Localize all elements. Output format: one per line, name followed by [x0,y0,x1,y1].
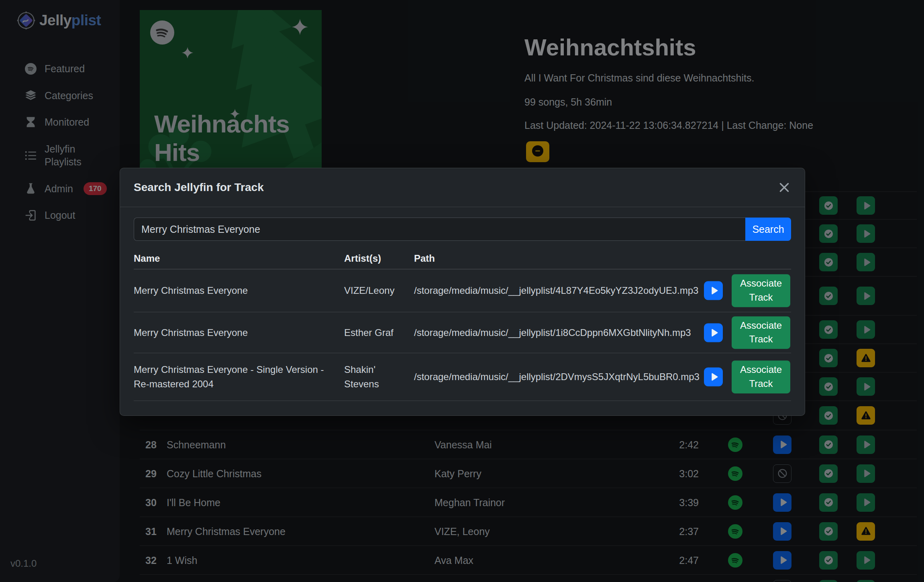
column-header-path: Path [414,253,435,264]
modal-body: Search Name Artist(s) Path Merry Christm… [120,207,805,401]
search-button[interactable]: Search [745,218,791,241]
column-header-name: Name [134,253,160,264]
results-body: Merry Christmas EveryoneVIZE/Leony/stora… [134,269,791,401]
modal-title: Search Jellyfin for Track [134,181,777,194]
result-artists: Shakin' Stevens [344,362,408,391]
result-play-button[interactable] [704,368,723,387]
result-name: Merry Christmas Everyone [134,326,341,340]
app-window: Jellyplist FeaturedCategoriesMonitoredJe… [0,0,924,582]
associate-track-button[interactable]: Associate Track [732,316,790,349]
results-header-row: Name Artist(s) Path [134,252,791,269]
search-result-row: Merry Christmas Everyone - Single Versio… [134,353,791,401]
search-jellyfin-modal: Search Jellyfin for Track Search Name Ar… [120,168,805,416]
result-path: /storage/media/music/__jellyplist/2DVmys… [414,370,703,384]
column-header-artists: Artist(s) [344,253,381,264]
result-path: /storage/media/music/__jellyplist/4L87Y4… [414,283,703,298]
search-result-row: Merry Christmas EveryoneEsther Graf/stor… [134,312,791,353]
result-play-button[interactable] [704,281,723,300]
result-play-button[interactable] [704,323,723,342]
result-name: Merry Christmas Everyone - Single Versio… [134,362,341,391]
track-search-input[interactable] [134,218,745,241]
search-results-table: Name Artist(s) Path Merry Christmas Ever… [134,252,791,401]
associate-track-button[interactable]: Associate Track [732,274,790,307]
close-icon[interactable] [777,181,791,194]
search-group: Search [134,218,791,241]
result-artists: Esther Graf [344,326,408,340]
modal-header: Search Jellyfin for Track [120,168,805,207]
associate-track-button[interactable]: Associate Track [732,360,790,393]
search-result-row: Merry Christmas EveryoneVIZE/Leony/stora… [134,269,791,312]
result-path: /storage/media/music/__jellyplist/1i8CcD… [414,326,703,340]
result-artists: VIZE/Leony [344,283,408,298]
result-name: Merry Christmas Everyone [134,283,341,298]
